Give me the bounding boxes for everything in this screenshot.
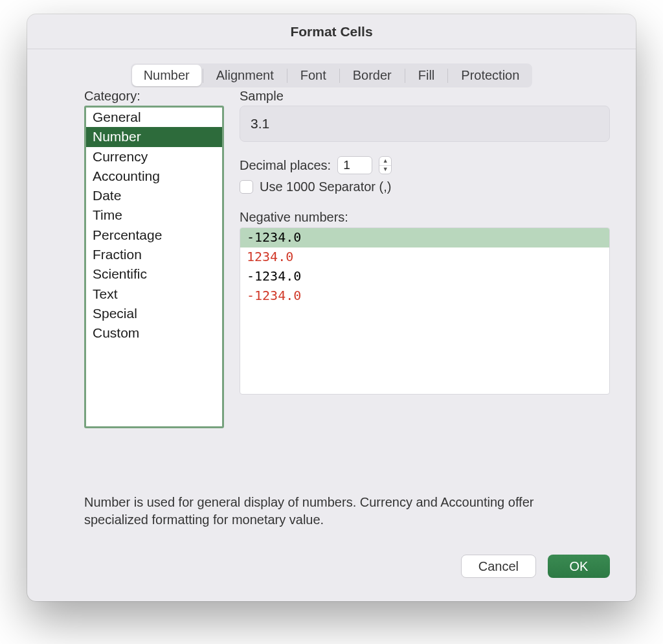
decimal-places-label: Decimal places: [240, 158, 331, 173]
decimal-places-input[interactable] [337, 156, 372, 174]
tab-separator [447, 69, 448, 83]
stepper-up-icon[interactable]: ▲ [379, 157, 391, 166]
settings-column: Sample 3.1 Decimal places: ▲ ▼ Use 1000 … [240, 89, 610, 395]
sample-label: Sample [240, 89, 610, 104]
negative-numbers-list[interactable]: -1234.01234.0-1234.0-1234.0 [240, 227, 610, 395]
sample-value: 3.1 [251, 116, 269, 132]
tab-separator [405, 69, 405, 83]
dialog-title: Format Cells [290, 24, 372, 40]
negative-number-option[interactable]: -1234.0 [240, 286, 609, 306]
dialog-button-row: Cancel OK [461, 555, 610, 578]
thousands-separator-row: Use 1000 Separator (,) [240, 179, 610, 194]
category-item-number[interactable]: Number [86, 127, 222, 146]
category-item-time[interactable]: Time [86, 205, 222, 225]
tab-separator [203, 69, 203, 83]
format-description: Number is used for general display of nu… [84, 494, 592, 529]
category-item-date[interactable]: Date [86, 186, 222, 205]
stepper-down-icon[interactable]: ▼ [379, 166, 391, 174]
tab-separator [339, 69, 340, 83]
tab-border[interactable]: Border [341, 65, 403, 86]
format-cells-dialog: Format Cells NumberAlignmentFontBorderFi… [27, 14, 636, 601]
tab-number[interactable]: Number [132, 65, 201, 86]
category-label: Category: [84, 89, 224, 104]
category-item-accounting[interactable]: Accounting [86, 167, 222, 186]
category-item-general[interactable]: General [86, 108, 222, 127]
decimal-places-row: Decimal places: ▲ ▼ [240, 156, 610, 174]
cancel-button[interactable]: Cancel [461, 555, 536, 578]
negative-number-option[interactable]: 1234.0 [240, 247, 609, 267]
tab-alignment[interactable]: Alignment [205, 65, 286, 86]
category-column: Category: GeneralNumberCurrencyAccountin… [84, 89, 224, 428]
ok-button[interactable]: OK [548, 555, 610, 578]
category-list[interactable]: GeneralNumberCurrencyAccountingDateTimeP… [84, 106, 224, 428]
tab-font[interactable]: Font [289, 65, 338, 86]
category-item-fraction[interactable]: Fraction [86, 245, 222, 264]
dialog-titlebar: Format Cells [27, 14, 636, 49]
category-item-custom[interactable]: Custom [86, 323, 222, 343]
tab-fill[interactable]: Fill [407, 65, 447, 86]
category-item-currency[interactable]: Currency [86, 147, 222, 167]
decimal-places-stepper[interactable]: ▲ ▼ [379, 156, 392, 174]
category-item-percentage[interactable]: Percentage [86, 225, 222, 245]
sample-box: 3.1 [240, 106, 610, 142]
category-item-text[interactable]: Text [86, 284, 222, 304]
tab-protection[interactable]: Protection [449, 65, 531, 86]
tab-bar: NumberAlignmentFontBorderFillProtection [131, 63, 533, 87]
thousands-separator-label: Use 1000 Separator (,) [260, 179, 391, 194]
negative-number-option[interactable]: -1234.0 [240, 267, 609, 286]
category-item-special[interactable]: Special [86, 304, 222, 323]
thousands-separator-checkbox[interactable] [240, 180, 253, 194]
number-panel: Category: GeneralNumberCurrencyAccountin… [84, 89, 610, 444]
tabs-container: NumberAlignmentFontBorderFillProtection [27, 49, 636, 87]
category-item-scientific[interactable]: Scientific [86, 264, 222, 284]
tab-separator [287, 69, 287, 83]
negative-numbers-label: Negative numbers: [240, 210, 610, 225]
negative-number-option[interactable]: -1234.0 [240, 228, 609, 247]
